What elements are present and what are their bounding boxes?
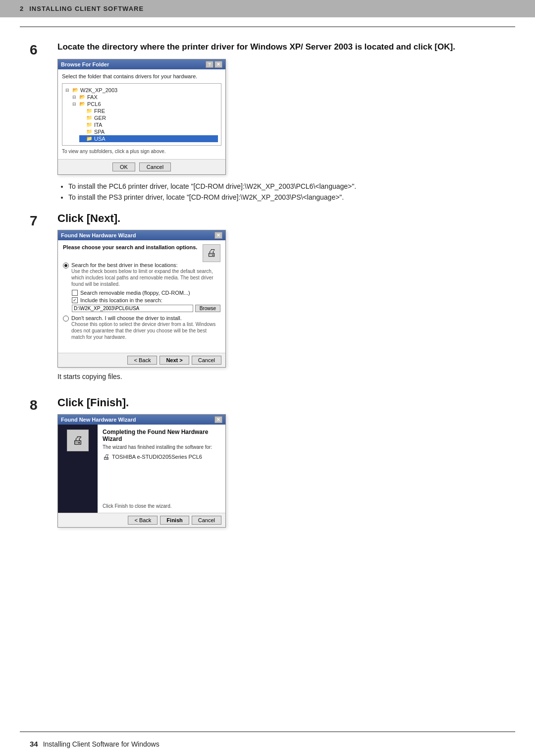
- tree-item-w2k[interactable]: ⊟ W2K_XP_2003: [65, 87, 218, 94]
- folder-icon-spa: [86, 129, 93, 135]
- finish-cancel-button[interactable]: Cancel: [192, 516, 221, 525]
- wizard-option2-desc: Choose this option to select the device …: [71, 321, 220, 340]
- header-bar: 2 INSTALLING CLIENT SOFTWARE: [0, 0, 535, 17]
- step-8-block: 8 Click [Finish]. Found New Hardware Wiz…: [30, 396, 505, 533]
- browse-dialog-body: Select the folder that contains drivers …: [58, 69, 225, 159]
- dialog-help-button[interactable]: ?: [206, 61, 214, 68]
- finish-right-panel: Completing the Found New Hardware Wizard…: [98, 425, 225, 513]
- tree-expander-pcl6: ⊟: [72, 102, 77, 107]
- step-6-bullets: To install the PCL6 printer driver, loca…: [68, 181, 505, 203]
- finish-wizard-dialog: Found New Hardware Wizard ✕ 🖨 Completing…: [57, 414, 226, 528]
- folder-icon-ger: [86, 115, 93, 121]
- tree-label-pcl6: PCL6: [87, 101, 101, 107]
- footer-page-number: 34: [30, 740, 38, 748]
- wizard-back-button[interactable]: < Back: [127, 356, 157, 365]
- browse-ok-button[interactable]: OK: [112, 162, 135, 171]
- radio-option1[interactable]: [63, 263, 69, 269]
- step-6-content: Locate the directory where the printer d…: [57, 41, 505, 203]
- finish-title-buttons: ✕: [214, 416, 222, 423]
- browse-dialog-footer: OK Cancel: [58, 159, 225, 174]
- finish-device-row: 🖨 TOSHIBA e-STUDIO205Series PCL6: [103, 453, 220, 461]
- wizard-option-1[interactable]: Search for the best driver in these loca…: [63, 262, 220, 287]
- radio-option2[interactable]: [63, 316, 69, 322]
- chk-removable[interactable]: [72, 290, 78, 296]
- dialog-title-buttons: ? ✕: [206, 61, 222, 68]
- finish-device-icon: 🖨: [103, 453, 109, 461]
- chk-include[interactable]: [72, 297, 78, 303]
- checkbox-removable-media[interactable]: Search removable media (floppy, CD-ROM..…: [72, 290, 220, 296]
- wizard-option-2[interactable]: Don't search. I will choose the driver t…: [63, 315, 220, 340]
- wizard-cancel-button[interactable]: Cancel: [192, 356, 221, 365]
- finish-button[interactable]: Finish: [160, 516, 189, 525]
- wizard-option1-label: Search for the best driver in these loca…: [71, 262, 220, 268]
- tree-item-pcl6[interactable]: ⊟ PCL6: [72, 101, 218, 108]
- wizard-close-button[interactable]: ✕: [214, 232, 222, 239]
- checkbox-include-location[interactable]: Include this location in the search:: [72, 297, 220, 303]
- finish-sub: The wizard has finished installing the s…: [103, 444, 220, 450]
- tree-label-fre: FRE: [94, 108, 105, 114]
- dialog-close-button[interactable]: ✕: [214, 61, 222, 68]
- step-6-heading: Locate the directory where the printer d…: [57, 41, 505, 53]
- browse-folder-tree[interactable]: ⊟ W2K_XP_2003 ⊟ FAX ⊟: [62, 83, 221, 146]
- finish-title: Found New Hardware Wizard: [61, 417, 136, 423]
- tree-label-ger: GER: [94, 115, 106, 121]
- tree-item-spa[interactable]: SPA: [79, 128, 218, 135]
- wizard-sub-options: Search removable media (floppy, CD-ROM..…: [72, 290, 220, 312]
- finish-heading: Completing the Found New Hardware Wizard: [103, 429, 220, 442]
- tree-item-fre[interactable]: FRE: [79, 108, 218, 114]
- finish-body: 🖨 Completing the Found New Hardware Wiza…: [58, 425, 225, 513]
- bullet-pcl6: To install the PCL6 printer driver, loca…: [68, 181, 505, 192]
- tree-expander-ger: [79, 115, 84, 120]
- finish-back-button[interactable]: < Back: [128, 516, 158, 525]
- footer-text: Installing Client Software for Windows: [43, 740, 160, 748]
- tree-item-ger[interactable]: GER: [79, 114, 218, 121]
- browse-dialog-title: Browse For Folder: [61, 61, 109, 67]
- browse-dialog-titlebar: Browse For Folder ? ✕: [58, 59, 225, 69]
- tree-expander-fax: ⊟: [72, 95, 77, 100]
- tree-expander: ⊟: [65, 88, 70, 93]
- tree-label-ita: ITA: [94, 122, 102, 128]
- tree-item-usa[interactable]: USA: [79, 135, 218, 142]
- wizard-title-buttons: ✕: [214, 232, 222, 239]
- finish-titlebar: Found New Hardware Wizard ✕: [58, 415, 225, 425]
- bullet-ps3: To install the PS3 printer driver, locat…: [68, 192, 505, 203]
- step-7-content: Click [Next]. Found New Hardware Wizard …: [57, 212, 505, 387]
- finish-device-name: TOSHIBA e-STUDIO205Series PCL6: [112, 454, 202, 460]
- wizard-option2-label: Don't search. I will choose the driver t…: [71, 315, 220, 321]
- browse-button[interactable]: Browse: [195, 305, 220, 312]
- tree-item-fax[interactable]: ⊟ FAX: [72, 94, 218, 101]
- tree-label-w2k: W2K_XP_2003: [80, 87, 117, 93]
- tree-item-ita[interactable]: ITA: [79, 121, 218, 128]
- wizard-footer: < Back Next > Cancel: [58, 353, 225, 367]
- browse-cancel-button[interactable]: Cancel: [139, 162, 171, 171]
- step-7-heading: Click [Next].: [57, 212, 505, 225]
- folder-icon-fre: [86, 108, 93, 114]
- tree-label-usa: USA: [94, 136, 106, 142]
- wizard-titlebar: Found New Hardware Wizard ✕: [58, 230, 225, 240]
- finish-footer: < Back Finish Cancel: [58, 513, 225, 527]
- finish-close-button[interactable]: ✕: [214, 416, 222, 423]
- wizard-printer-icon: 🖨: [203, 244, 220, 262]
- tree-expander-usa: [79, 136, 84, 141]
- path-input[interactable]: [72, 305, 193, 312]
- tree-expander-ita: [79, 122, 84, 127]
- tree-label-fax: FAX: [87, 94, 98, 100]
- bottom-rule: [20, 731, 515, 732]
- main-content: 6 Locate the directory where the printer…: [0, 27, 535, 570]
- step-7-number: 7: [30, 213, 49, 387]
- folder-icon-fax: [79, 94, 86, 100]
- browse-dialog-hint: To view any subfolders, click a plus sig…: [62, 149, 221, 154]
- tree-expander-fre: [79, 108, 84, 113]
- step-6-block: 6 Locate the directory where the printer…: [30, 41, 505, 203]
- step-7-block: 7 Click [Next]. Found New Hardware Wizar…: [30, 212, 505, 387]
- step-8-number: 8: [30, 397, 49, 533]
- step-8-content: Click [Finish]. Found New Hardware Wizar…: [57, 396, 505, 533]
- finish-printer-icon: 🖨: [67, 430, 89, 451]
- finish-left-panel: 🖨: [58, 425, 98, 513]
- folder-icon-usa: [86, 136, 93, 142]
- wizard-next-button[interactable]: Next >: [160, 356, 189, 365]
- tree-expander-spa: [79, 129, 84, 134]
- finish-hint: Click Finish to close the wizard.: [103, 503, 220, 509]
- chk-include-label: Include this location in the search:: [80, 297, 162, 303]
- folder-icon-ita: [86, 122, 93, 128]
